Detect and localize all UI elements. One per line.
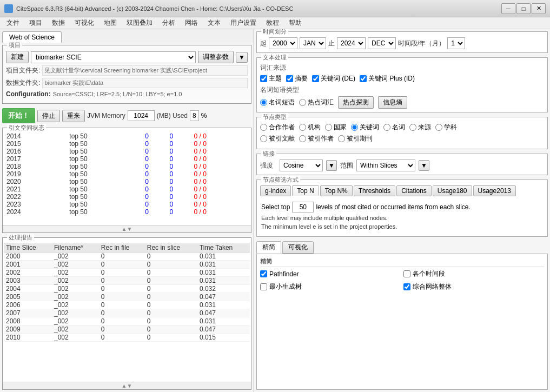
cs-row: 2016top 50000 / 0 [5,148,249,155]
nt-discipline[interactable]: 学科 [435,123,457,132]
mb-label: (MB) Used [157,112,188,119]
nt-term[interactable]: 名词 [383,123,405,132]
cb-abstract[interactable]: 摘要 [286,74,308,83]
report-header: Time Taken [197,243,250,253]
ref-pathfinder-input[interactable] [260,270,267,277]
menu-item-文本[interactable]: 文本 [203,17,225,29]
nt-cited-lit[interactable]: 被引文献 [260,134,295,143]
title-bar: CiteSpace 6.3.R3 (64-bit) Advanced - (c)… [0,0,550,17]
tab-topn[interactable]: Top N [292,185,319,196]
menu-item-帮助[interactable]: 帮助 [284,17,306,29]
info-entropy-button[interactable]: 信息熵 [378,96,407,109]
report-header: Filename* [52,243,99,253]
filter-content: Select top levels of most cited or occur… [260,200,544,233]
node-filter-label: 节点筛选方式 [261,176,300,184]
ref-network-input[interactable] [403,283,410,290]
range-dropdown-btn[interactable]: ▼ [419,160,429,171]
range-select[interactable]: Within Slices Between Slices Across Slic… [356,160,415,171]
minimize-button[interactable]: ─ [501,3,515,14]
end-year-select[interactable]: 2024 [337,37,366,49]
config-value: Source=CSSCI; LRF=2.5; L/N=10; LBY=5; e=… [53,91,182,97]
ref-mst[interactable]: 最小生成树 [260,282,401,291]
start-button[interactable]: 开始！ [2,108,35,123]
cb-keyword-de[interactable]: 关键词 (DE) [312,74,355,83]
rb-hotword[interactable]: 热点词汇 [299,98,334,107]
cb-keyword-de-input[interactable] [312,75,319,82]
tab-usage2013[interactable]: Usage2013 [473,185,516,196]
reset-button[interactable]: 重来 [62,110,85,122]
nt-keyword[interactable]: 关键词 [351,123,379,132]
node-types-section: 节点类型 合作作者 机构 国家 关键词 名词 来源 学科 被引文献 被引作者 被… [256,117,548,149]
nt-country[interactable]: 国家 [325,123,347,132]
nt-source[interactable]: 来源 [409,123,431,132]
stop-button[interactable]: 停止 [37,110,60,122]
links-label: 链接 [261,150,276,158]
menu-item-数据[interactable]: 数据 [48,17,69,29]
tab-topnpct[interactable]: Top N% [320,185,353,196]
close-button[interactable]: ✕ [532,3,546,14]
cs-scrollbar-area[interactable]: ▲▼ [3,225,251,232]
period-select[interactable]: 1 [447,37,465,49]
nt-cited-author[interactable]: 被引作者 [299,134,334,143]
nt-coauthor[interactable]: 合作作者 [260,123,295,132]
adjust-dropdown-button[interactable]: ▼ [236,52,248,63]
start-year-select[interactable]: 2000 [269,37,297,49]
refine-tab[interactable]: 精简 [256,241,281,254]
nt-cited-journal[interactable]: 被引期刊 [338,134,373,143]
citation-space-table: 2014top 50000 / 02015top 50000 / 02016to… [5,132,249,216]
report-header: Rec in file [99,243,145,253]
tab-citations[interactable]: Citations [396,185,432,196]
adjust-params-button[interactable]: 调整参数 [198,51,234,63]
menu-item-文件[interactable]: 文件 [2,17,24,29]
rb-noun[interactable]: 名词短语 [260,98,295,107]
ref-each-slice[interactable]: 各个时间段 [403,269,545,278]
jvm-value-input[interactable]: 1024 [128,110,155,121]
maximize-button[interactable]: □ [516,3,531,14]
new-project-button[interactable]: 新建 [6,51,29,63]
menu-item-网络[interactable]: 网络 [181,17,202,29]
config-label: Configuration: [6,90,51,98]
strength-select[interactable]: Cosine Pearson Jaccard [280,160,323,171]
strength-dropdown-btn[interactable]: ▼ [326,160,337,171]
menu-item-地图[interactable]: 地图 [100,17,121,29]
report-table-container: Time SliceFilename*Rec in fileRec in sli… [3,242,251,382]
project-dropdown[interactable]: biomarker SCIE [31,51,196,63]
cb-abstract-input[interactable] [286,75,293,82]
tab-thresholds[interactable]: Thresholds [354,185,395,196]
end-month-select[interactable]: DEC [368,37,396,49]
ref-mst-input[interactable] [260,283,267,290]
time-division-label: 时间划分 [261,29,288,36]
cb-keyword-plus[interactable]: 关键词 Plus (ID) [360,74,415,83]
nt-institution[interactable]: 机构 [299,123,321,132]
cs-row: 2017top 50000 / 0 [5,155,249,163]
menu-item-项目[interactable]: 项目 [25,17,47,29]
ref-each-slice-input[interactable] [403,270,410,277]
report-scrollbar-area[interactable]: ▲▼ [3,382,251,389]
start-month-select[interactable]: JAN [300,37,326,49]
window-controls: ─ □ ✕ [501,3,546,14]
tab-gindex[interactable]: g-index [260,185,291,196]
menu-item-可视化[interactable]: 可视化 [70,17,98,29]
links-section: 链接 强度 Cosine Pearson Jaccard ▼ 范围 Within… [256,154,548,175]
menu-bar: 文件项目数据可视化地图双图叠加分析网络文本用户设置教程帮助 [0,17,550,29]
project-file-path: 见文献计量学\cervical Screening biomarker 实践\S… [42,65,248,76]
visual-tab[interactable]: 可视化 [282,241,314,254]
menu-item-双图叠加[interactable]: 双图叠加 [122,17,157,29]
top-n-input[interactable] [292,202,314,212]
cs-row: 2023top 50000 / 0 [5,201,249,208]
ref-network[interactable]: 综合网络整体 [403,282,545,291]
hotspot-button[interactable]: 热点探测 [338,96,374,109]
tab-usage180[interactable]: Usage180 [433,185,472,196]
strength-label: 强度 [260,161,276,170]
menu-item-教程[interactable]: 教程 [262,17,283,29]
report-row: 2006_002000.031 [4,301,250,309]
start-label: 起 [260,39,267,48]
ref-pathfinder[interactable]: Pathfinder [260,269,401,278]
cb-keyword-plus-input[interactable] [360,75,367,82]
cb-subject[interactable]: 主题 [260,74,282,83]
cb-subject-input[interactable] [260,75,267,82]
menu-item-用户设置[interactable]: 用户设置 [226,17,261,29]
pct-button[interactable]: 8 [190,110,199,121]
menu-item-分析[interactable]: 分析 [158,17,180,29]
cs-row: 2014top 50000 / 0 [5,132,249,140]
